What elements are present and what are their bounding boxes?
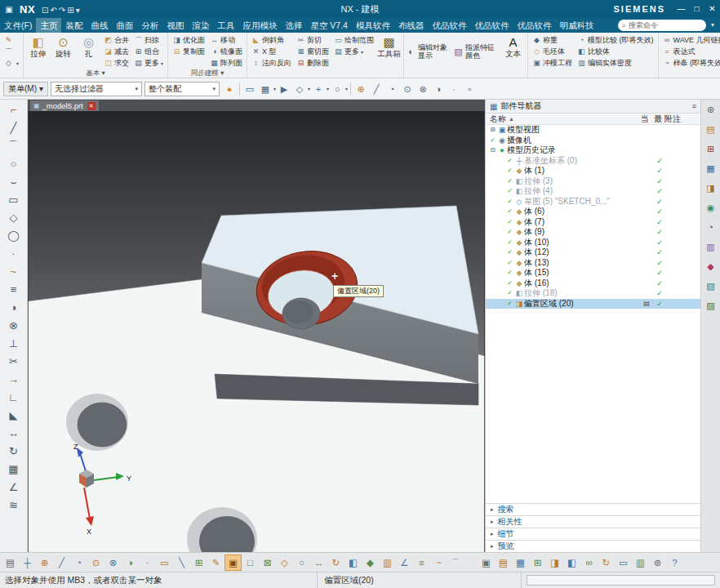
intersection-icon[interactable]: ⊗ (104, 555, 122, 571)
scene-svg[interactable]: Z Y X (28, 111, 485, 552)
delete-face-button[interactable]: ⊟删除面 (295, 57, 331, 69)
ribbon-tab-5[interactable]: 曲面 (112, 18, 137, 33)
reverse-normal-button[interactable]: ↕法向反向 (250, 57, 293, 69)
app-window-icon[interactable]: ▣ (2, 5, 16, 14)
save-icon[interactable]: ⊡ (42, 6, 48, 15)
tab-close-button[interactable]: ✕ (87, 102, 96, 110)
visibility-checkbox[interactable]: ✓ (505, 247, 514, 257)
more-button[interactable]: ▤更多▾ (132, 57, 165, 69)
shaded-view-icon[interactable]: ▣ (224, 555, 242, 571)
tree-row[interactable]: ✓┼基准坐标系 (0)✓ (486, 156, 700, 167)
snap-point-icon[interactable]: ⊕ (353, 81, 368, 97)
column-latest[interactable]: 最 (651, 114, 664, 125)
visibility-checkbox[interactable]: ✓ (505, 268, 514, 278)
subtract-button[interactable]: ◪减去 (102, 46, 131, 57)
rotate-view-icon[interactable]: ↻ (327, 555, 344, 571)
endpoint-icon[interactable]: ╱ (53, 555, 70, 571)
fillet-icon[interactable]: ⌣ (3, 173, 24, 191)
ribbon-tab-11[interactable]: 选择 (281, 18, 306, 33)
datum-plane-mini-icon[interactable]: ▭ (156, 555, 173, 571)
tree-row[interactable]: ✓◆体 (12)✓ (486, 247, 700, 258)
visibility-checkbox[interactable]: ✓ (505, 238, 514, 247)
move-face-button[interactable]: ↔移动 (208, 34, 244, 46)
visibility-checkbox[interactable]: ✓ (505, 288, 514, 298)
column-comment[interactable]: 附注 (664, 114, 700, 125)
midpoint-snap-icon[interactable]: ◔ (384, 81, 399, 97)
compare-body-button[interactable]: ◧比较体 (576, 46, 656, 57)
snap-toggle-icon[interactable]: ┼ (19, 555, 36, 571)
visibility-checkbox[interactable]: ✓ (505, 176, 514, 186)
tree-row[interactable]: ✓◨偏置区域 (20)▤✓ (486, 299, 700, 310)
ribbon-tab-10[interactable]: 应用模块 (238, 18, 281, 33)
visibility-checkbox[interactable]: ✓ (505, 186, 514, 196)
chamfer-button[interactable]: ◣倒斜角 (250, 34, 293, 46)
datum-axis-icon[interactable]: ╲ (173, 555, 190, 571)
tree-row[interactable]: ✓◆体 (7)✓ (486, 217, 700, 228)
blank-body-button[interactable]: ◇毛坯体 (531, 46, 574, 57)
wave-geometry-linker-button[interactable]: ∞WAVE 几何链接器 (661, 34, 720, 46)
pattern-face-button[interactable]: ▦阵列面 (208, 57, 244, 69)
ribbon-tab-7[interactable]: 视图 (162, 18, 188, 33)
combine-button[interactable]: ⊞组合 (132, 46, 165, 57)
process-navigator-icon[interactable]: ▥ (703, 240, 719, 254)
mirror-curve-icon[interactable]: ◑ (3, 299, 24, 317)
ribbon-tab-18[interactable]: 明威科技 (555, 18, 598, 33)
work-layer-icon[interactable]: ● (222, 81, 237, 97)
spline-button[interactable]: ~样条 (即将失效) (661, 57, 720, 69)
ribbon-tab-1[interactable]: 文件(F) (0, 18, 36, 33)
tree-row[interactable]: ✓◆体 (6)✓ (486, 207, 700, 217)
mirror-face-button[interactable]: ◑镜像面 (208, 46, 244, 57)
command-search-box[interactable]: ⌕ (618, 20, 706, 31)
visibility-checkbox[interactable]: ✓ (505, 207, 514, 216)
history-icon[interactable]: ◔ (703, 220, 719, 234)
undo-icon[interactable]: ↶ (50, 6, 56, 15)
panel-section[interactable]: ▸细节 (486, 528, 700, 540)
command-search-input[interactable] (629, 21, 694, 29)
ribbon-tab-6[interactable]: 分析 (137, 18, 162, 33)
point-icon[interactable]: ∙ (3, 245, 24, 263)
help-icon[interactable]: ? (666, 555, 683, 571)
endpoint-snap-icon[interactable]: ╱ (369, 81, 384, 97)
tree-row[interactable]: ✓◆体 (1)✓ (486, 166, 700, 176)
visibility-checkbox[interactable]: ✓ (505, 166, 514, 176)
center-point-icon[interactable]: ⊙ (87, 555, 104, 571)
wave-icon[interactable]: ≋ (3, 497, 24, 514)
circle-icon[interactable]: ○ (3, 155, 24, 173)
unite-button[interactable]: ◩合并 (102, 34, 131, 46)
selection-scope-dropdown[interactable]: 整个装配▾ (144, 82, 220, 96)
viewport-3d[interactable]: Z Y X + 偏置区域(20) (28, 111, 485, 552)
quadrant-snap-icon[interactable]: ◑ (431, 81, 446, 97)
visibility-checkbox[interactable]: ✓ (505, 278, 514, 288)
plate-hole-cylinder[interactable] (78, 403, 127, 447)
expand-minus-icon[interactable]: ⊟ (488, 145, 497, 155)
center-snap-icon[interactable]: ⊙ (400, 81, 415, 97)
panel-menu-icon[interactable]: ≡ (692, 102, 696, 110)
visibility-checkbox[interactable]: ✓ (505, 227, 514, 237)
visibility-checkbox[interactable]: ✓ (505, 197, 514, 207)
point-constructor-icon[interactable]: ⊕ (36, 555, 53, 571)
cascade-icon[interactable]: ▤ (495, 555, 512, 571)
wireframe-view-icon[interactable]: □ (242, 555, 259, 571)
close-button[interactable]: ✕ (704, 0, 720, 18)
optimize-face-button[interactable]: ◨优化面 (171, 34, 207, 46)
settings-gear-icon[interactable]: ⊛ (703, 103, 719, 117)
profile-icon[interactable]: ⌐ (3, 101, 24, 119)
quick-access-customize-icon[interactable]: ▾ (76, 6, 80, 15)
front-view-icon[interactable]: ◧ (344, 555, 362, 571)
offset-curve-icon[interactable]: ≡ (3, 281, 24, 299)
column-current[interactable]: 当 (638, 114, 651, 125)
more2-button[interactable]: ▤更多▾ (332, 46, 376, 57)
templates-icon[interactable]: ▨ (703, 299, 719, 313)
visibility-checkbox[interactable]: ✓ (505, 217, 514, 227)
roles-icon[interactable]: ◆ (703, 260, 719, 274)
print-mini-icon[interactable]: ▥ (632, 555, 649, 571)
print-icon[interactable]: ⊞ (67, 6, 73, 15)
point-on-curve-icon[interactable]: ∙ (447, 81, 461, 97)
cut-button[interactable]: ✂剪切 (295, 34, 331, 46)
pan-icon[interactable]: ↔ (310, 555, 327, 571)
extend-icon[interactable]: → (3, 371, 24, 389)
materials-icon[interactable]: ▧ (703, 279, 719, 293)
circle-tool-icon[interactable]: ○ (330, 81, 344, 97)
die-engineering-button[interactable]: ▣冲模工程 (531, 57, 574, 69)
import-icon[interactable]: ◧ (563, 555, 580, 571)
